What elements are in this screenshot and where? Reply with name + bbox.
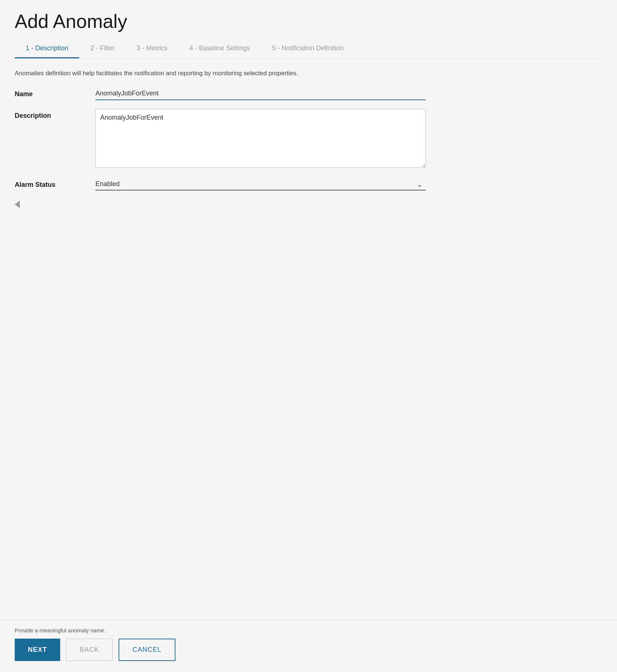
description-label: Description bbox=[15, 109, 95, 120]
next-button[interactable]: NEXT bbox=[15, 639, 60, 661]
tab-metrics[interactable]: 3 - Metrics bbox=[126, 39, 178, 58]
helper-text: Anomalies definition will help facilitat… bbox=[15, 70, 602, 77]
footer-hint: Provide a meaningful anomaly name. bbox=[15, 627, 602, 633]
tab-filter[interactable]: 2 - Filter bbox=[79, 39, 126, 58]
collapse-row bbox=[15, 199, 602, 208]
form-section: Name Description AnomalyJobForEvent Alar… bbox=[15, 87, 602, 217]
name-row: Name bbox=[15, 87, 602, 100]
tab-description[interactable]: 1 - Description bbox=[15, 39, 79, 58]
footer-area: Provide a meaningful anomaly name. NEXT … bbox=[0, 620, 617, 672]
cancel-button[interactable]: CANCEL bbox=[119, 639, 175, 661]
tab-baseline[interactable]: 4 - Baseline Settings bbox=[178, 39, 261, 58]
back-button[interactable]: BACK bbox=[66, 639, 113, 661]
alarm-status-select-wrapper: Enabled Disabled ⌄ bbox=[95, 178, 426, 190]
description-row: Description AnomalyJobForEvent bbox=[15, 109, 602, 169]
tab-notification[interactable]: 5 - Notification Definition bbox=[261, 39, 355, 58]
name-label: Name bbox=[15, 87, 95, 98]
alarm-status-field: Enabled Disabled ⌄ bbox=[95, 178, 426, 190]
wizard-tabs: 1 - Description 2 - Filter 3 - Metrics 4… bbox=[15, 39, 602, 59]
name-field bbox=[95, 87, 426, 100]
alarm-status-select[interactable]: Enabled Disabled bbox=[95, 178, 426, 190]
collapse-arrow-icon bbox=[15, 201, 20, 208]
footer-buttons: NEXT BACK CANCEL bbox=[15, 639, 602, 661]
description-textarea[interactable]: AnomalyJobForEvent bbox=[95, 109, 426, 168]
description-field: AnomalyJobForEvent bbox=[95, 109, 426, 169]
alarm-status-row: Alarm Status Enabled Disabled ⌄ bbox=[15, 178, 602, 190]
alarm-status-label: Alarm Status bbox=[15, 178, 95, 189]
page-title: Add Anomaly bbox=[15, 11, 602, 32]
name-input[interactable] bbox=[95, 87, 426, 100]
collapse-toggle[interactable] bbox=[15, 201, 20, 208]
